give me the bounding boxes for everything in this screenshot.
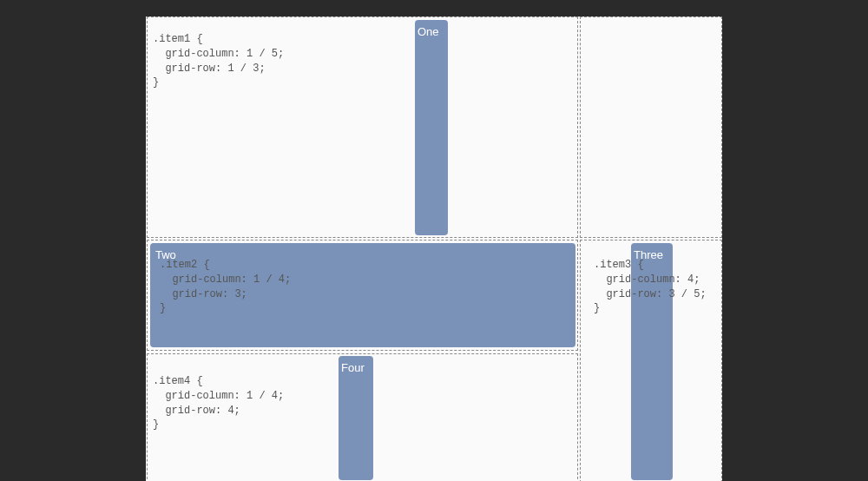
grid-item-four: Four [339, 356, 373, 480]
css-code-item3: .item3 { grid-column: 4; grid-row: 3 / 5… [594, 258, 707, 316]
grid-demo-canvas: One Two Three Four .item1 { grid-column:… [146, 16, 722, 481]
grid-item-label: Four [341, 361, 365, 374]
css-code-item2: .item2 { grid-column: 1 / 4; grid-row: 3… [160, 258, 291, 316]
grid-item-label: One [418, 25, 439, 38]
css-code-item4: .item4 { grid-column: 1 / 4; grid-row: 4… [153, 374, 284, 432]
grid-cell-right-top [580, 16, 722, 238]
grid-item-one: One [415, 20, 448, 235]
css-code-item1: .item1 { grid-column: 1 / 5; grid-row: 1… [153, 32, 284, 90]
